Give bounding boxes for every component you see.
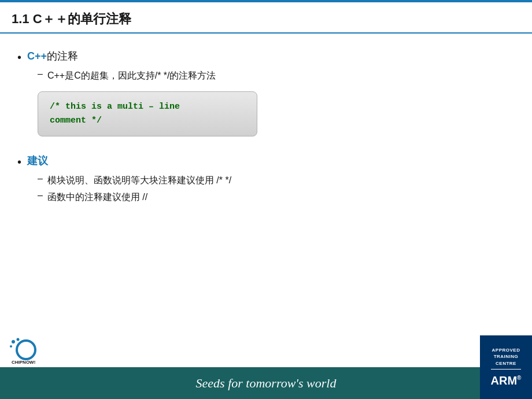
bullet-item-2: • 建议 [17, 154, 515, 170]
arm-divider [491, 369, 521, 370]
bullet-dot-2: • [17, 154, 21, 170]
sub-bullet-3: – 函数中的注释建议使用 // [38, 190, 515, 204]
slide-header: 1.1 C＋＋的单行注释 [0, 2, 532, 34]
svg-rect-2 [24, 354, 28, 357]
sub-dash-1: – [38, 69, 43, 79]
svg-point-4 [17, 338, 20, 341]
svg-point-5 [10, 345, 12, 348]
code-line-2: comment */ [50, 114, 245, 128]
code-block: /* this is a multi – line comment */ [38, 91, 257, 136]
bullet-label-1: C++的注释 [27, 49, 78, 64]
footer-tagline: Seeds for tomorrow's world [196, 376, 337, 391]
footer: CHIPNOW! Seeds for tomorrow's world APPR… [0, 335, 532, 399]
svg-point-3 [12, 340, 15, 343]
svg-rect-1 [24, 343, 28, 345]
bullet-dot-1: • [17, 49, 21, 65]
bullet-item-1: • C++的注释 [17, 49, 515, 65]
chipnow-icon: CHIPNOW! [9, 337, 49, 366]
sub-dash-2: – [38, 173, 43, 184]
main-content: • C++的注释 – C++是C的超集，因此支持/* */的注释方法 /* th… [0, 38, 532, 335]
chipnow-logo-area: CHIPNOW! [9, 335, 49, 367]
sub-text-2: 模块说明、函数说明等大块注释建议使用 /* */ [47, 173, 231, 187]
sub-bullet-1: – C++是C的超集，因此支持/* */的注释方法 [38, 69, 515, 83]
bullet-section-1: • C++的注释 – C++是C的超集，因此支持/* */的注释方法 /* th… [17, 49, 515, 142]
sub-dash-3: – [38, 190, 43, 201]
page-title: 1.1 C＋＋的单行注释 [12, 10, 520, 28]
cpp-bold: C++ [27, 50, 47, 62]
bullet-label-2: 建议 [27, 154, 48, 168]
code-line-1: /* this is a multi – line [50, 100, 245, 114]
sub-text-1: C++是C的超集，因此支持/* */的注释方法 [47, 69, 216, 83]
arm-brand: ARM® [491, 374, 522, 387]
footer-bar: Seeds for tomorrow's world [0, 367, 532, 399]
bullet-section-2: • 建议 – 模块说明、函数说明等大块注释建议使用 /* */ – 函数中的注释… [17, 154, 515, 204]
svg-text:CHIPNOW!: CHIPNOW! [12, 360, 35, 365]
arm-logo-box: APPROVED TRAINING CENTRE ARM® [480, 335, 532, 399]
arm-approved-text: APPROVED TRAINING CENTRE [492, 347, 520, 367]
sub-bullet-2: – 模块说明、函数说明等大块注释建议使用 /* */ [38, 173, 515, 187]
cpp-rest: 的注释 [47, 50, 78, 62]
sub-text-3: 函数中的注释建议使用 // [47, 190, 147, 204]
